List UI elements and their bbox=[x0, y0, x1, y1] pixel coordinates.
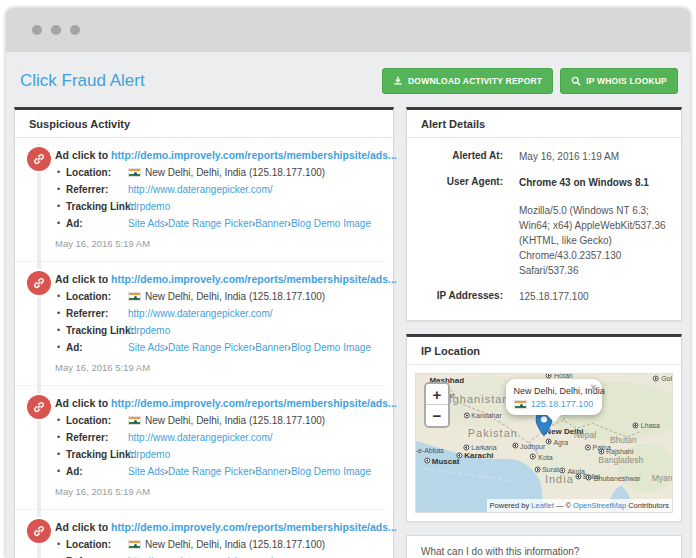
bullet: • bbox=[57, 414, 66, 427]
tracking-link[interactable]: /drpdemo bbox=[128, 448, 170, 461]
leaflet-link[interactable]: Leaflet bbox=[531, 501, 554, 510]
map[interactable]: MashhadHeratAfghanistanKandaharHotanGolm… bbox=[415, 373, 673, 513]
alerted-at-row: Alerted At: May 16, 2016 1:19 AM bbox=[407, 138, 681, 164]
location-label: Location: bbox=[66, 290, 124, 303]
ad-breadcrumb: Site Ads › Date Range Picker › Banner › … bbox=[128, 341, 371, 354]
ad-breadcrumb-link[interactable]: Date Range Picker bbox=[168, 341, 252, 354]
town-marker-icon bbox=[633, 422, 639, 428]
ad-label: Ad: bbox=[66, 465, 124, 478]
ad-breadcrumb-link[interactable]: Date Range Picker bbox=[168, 217, 252, 230]
whois-button-label: IP WHOIS LOOKUP bbox=[586, 76, 667, 86]
town-marker-icon bbox=[586, 475, 592, 481]
india-flag-icon bbox=[128, 168, 141, 177]
town-marker-icon bbox=[598, 448, 604, 454]
ip-addresses-row: IP Addresses: 125.18.177.100 bbox=[407, 278, 681, 320]
town-marker-icon bbox=[585, 444, 591, 450]
suspicious-activity-title: Suspicious Activity bbox=[15, 110, 393, 138]
window-dot-icon bbox=[51, 25, 61, 35]
ad-click-url-link[interactable]: http://demo.improvely.com/reports/member… bbox=[111, 273, 397, 285]
ad-breadcrumb-link[interactable]: Site Ads bbox=[128, 465, 165, 478]
browser-window: Click Fraud Alert DOWNLOAD ACTIVITY REPO… bbox=[6, 8, 690, 558]
info-panel-title: What can I do with this information? bbox=[407, 536, 681, 558]
location-value: New Delhi, Delhi, India (125.18.177.100) bbox=[128, 414, 325, 427]
bullet: • bbox=[57, 290, 66, 303]
ad-breadcrumb-link[interactable]: Banner bbox=[255, 465, 287, 478]
suspicious-activity-panel: Suspicious Activity Ad click to http://d… bbox=[14, 107, 394, 558]
map-place-label: Bhubaneshwar bbox=[586, 474, 641, 481]
ad-row: • Ad: Site Ads › Date Range Picker › Ban… bbox=[57, 463, 383, 480]
ad-breadcrumb-link[interactable]: Blog Demo Image bbox=[291, 341, 371, 354]
location-row: • Location: New Delhi, Delhi, India (125… bbox=[57, 288, 383, 305]
alerted-at-label: Alerted At: bbox=[419, 150, 503, 164]
search-icon bbox=[571, 76, 581, 86]
download-activity-report-button[interactable]: DOWNLOAD ACTIVITY REPORT bbox=[382, 68, 553, 94]
referrer-link[interactable]: http://www.daterangepicker.com/ bbox=[128, 307, 273, 320]
location-value: New Delhi, Delhi, India (125.18.177.100) bbox=[128, 290, 325, 303]
user-agent-value: Chrome 43 on Windows 8.1 bbox=[519, 176, 669, 190]
download-icon bbox=[393, 76, 403, 86]
window-dot-icon bbox=[32, 25, 42, 35]
suspicious-activity-entry: Ad click to http://demo.improvely.com/re… bbox=[15, 510, 393, 558]
popup-ip-link[interactable]: 125.18.177.100 bbox=[531, 399, 594, 409]
location-row: • Location: New Delhi, Delhi, India (125… bbox=[57, 412, 383, 429]
download-button-label: DOWNLOAD ACTIVITY REPORT bbox=[408, 76, 542, 86]
zoom-in-button[interactable]: + bbox=[426, 384, 448, 405]
ad-label: Ad: bbox=[66, 341, 124, 354]
bullet: • bbox=[57, 341, 66, 354]
location-row: • Location: New Delhi, Delhi, India (125… bbox=[57, 536, 383, 553]
bullet: • bbox=[57, 166, 66, 179]
ad-click-url-link[interactable]: http://demo.improvely.com/reports/member… bbox=[111, 521, 397, 533]
ip-whois-lookup-button[interactable]: IP WHOIS LOOKUP bbox=[560, 68, 678, 94]
fraud-click-link-icon bbox=[27, 395, 51, 419]
suspicious-activity-entry: Ad click to http://demo.improvely.com/re… bbox=[15, 386, 393, 509]
ad-breadcrumb-link[interactable]: Site Ads bbox=[128, 217, 165, 230]
bullet: • bbox=[57, 307, 66, 320]
referrer-label: Referrer: bbox=[66, 183, 124, 196]
window-titlebar bbox=[6, 8, 690, 52]
tracking-link[interactable]: /drpdemo bbox=[128, 324, 170, 337]
user-agent-label: User Agent: bbox=[419, 176, 503, 278]
bullet: • bbox=[57, 538, 66, 551]
popup-close-icon[interactable]: × bbox=[590, 381, 596, 393]
referrer-link[interactable]: http://www.daterangepicker.com/ bbox=[128, 431, 273, 444]
map-place-label: Jodhpur bbox=[512, 442, 545, 449]
tracking-link-row: • Tracking Link: /drpdemo bbox=[57, 446, 383, 463]
location-value: New Delhi, Delhi, India (125.18.177.100) bbox=[128, 166, 325, 179]
user-agent-row: User Agent: Chrome 43 on Windows 8.1 Moz… bbox=[407, 164, 681, 278]
entry-title: Ad click to http://demo.improvely.com/re… bbox=[55, 397, 383, 409]
popup-location: New Delhi, Delhi, India bbox=[514, 386, 594, 396]
bullet: • bbox=[57, 183, 66, 196]
ad-breadcrumb-link[interactable]: Site Ads bbox=[128, 341, 165, 354]
openstreetmap-link[interactable]: OpenStreetMap bbox=[573, 501, 626, 510]
ad-row: • Ad: Site Ads › Date Range Picker › Ban… bbox=[57, 215, 383, 232]
ad-breadcrumb-link[interactable]: Blog Demo Image bbox=[291, 465, 371, 478]
tracking-link-row: • Tracking Link: /drpdemo bbox=[57, 198, 383, 215]
entry-title: Ad click to http://demo.improvely.com/re… bbox=[55, 521, 383, 533]
location-label: Location: bbox=[66, 166, 124, 179]
ad-click-url-link[interactable]: http://demo.improvely.com/reports/member… bbox=[111, 149, 397, 161]
referrer-link[interactable]: http://www.daterangepicker.com/ bbox=[128, 183, 273, 196]
map-place-label: Afghanistan bbox=[440, 393, 509, 405]
map-place-label: Kandahar bbox=[463, 412, 501, 419]
town-marker-icon bbox=[456, 452, 462, 458]
fraud-click-link-icon bbox=[27, 147, 51, 171]
ad-breadcrumb-link[interactable]: Banner bbox=[255, 341, 287, 354]
suspicious-activity-entry: Ad click to http://demo.improvely.com/re… bbox=[15, 138, 393, 261]
ad-breadcrumb-link[interactable]: Date Range Picker bbox=[168, 465, 252, 478]
india-flag-icon bbox=[514, 400, 527, 409]
ad-breadcrumb-link[interactable]: Blog Demo Image bbox=[291, 217, 371, 230]
ad-click-url-link[interactable]: http://demo.improvely.com/reports/member… bbox=[111, 397, 397, 409]
entry-timestamp: May 16, 2016 5:19 AM bbox=[55, 486, 383, 497]
town-marker-icon bbox=[653, 375, 659, 381]
zoom-out-button[interactable]: − bbox=[426, 405, 448, 426]
tracking-link[interactable]: /drpdemo bbox=[128, 200, 170, 213]
town-marker-icon bbox=[424, 458, 430, 464]
tracking-link-label: Tracking Link: bbox=[66, 200, 124, 213]
entry-timestamp: May 16, 2016 5:19 AM bbox=[55, 238, 383, 249]
map-place-label: Bandar-e-Abbas bbox=[415, 446, 444, 453]
map-place-label: Myanmar bbox=[652, 473, 673, 483]
ad-breadcrumb-link[interactable]: Banner bbox=[255, 217, 287, 230]
alerted-at-value: May 16, 2016 1:19 AM bbox=[519, 150, 619, 164]
india-flag-icon bbox=[128, 416, 141, 425]
location-label: Location: bbox=[66, 538, 124, 551]
